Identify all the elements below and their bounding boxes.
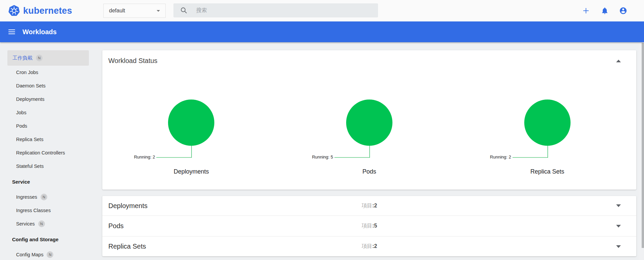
sidebar-item-deployments[interactable]: Deployments — [0, 92, 102, 106]
pods-panel-row[interactable]: Pods 項目:5 — [102, 215, 636, 236]
expand-panel-icon[interactable] — [616, 204, 621, 207]
app-bar: Workloads — [0, 21, 644, 42]
sidebar-item-label: Ingresses — [16, 194, 37, 200]
sidebar-item-daemon-sets[interactable]: Daemon Sets — [0, 79, 102, 92]
namespaced-badge: N — [36, 55, 43, 61]
sidebar-item-label: Stateful Sets — [16, 164, 44, 169]
sidebar-section-config-and-storage: Config and Storage — [0, 233, 102, 246]
items-count-value: 2 — [374, 203, 377, 208]
pie-callout-line — [156, 157, 191, 158]
sidebar-item-label: Jobs — [16, 110, 26, 115]
pie-slice-running[interactable] — [346, 100, 392, 146]
sidebar-item-workloads[interactable]: 工作負載 N — [7, 50, 89, 66]
sidebar-item-label: Daemon Sets — [16, 83, 46, 88]
namespace-select[interactable]: default — [103, 4, 166, 18]
pie-callout-line — [334, 157, 369, 158]
sidebar-item-label: Cron Jobs — [16, 70, 38, 75]
page-title: Workloads — [22, 28, 57, 36]
replica-sets-panel-row[interactable]: Replica Sets 項目:2 — [102, 236, 636, 256]
search-icon — [180, 7, 187, 14]
sidebar-item-label: Pods — [16, 123, 27, 129]
items-label: 項目 — [362, 203, 372, 208]
pie-chart-title: Replica Sets — [458, 168, 636, 175]
sidebar-item-replica-sets[interactable]: Replica Sets — [0, 133, 102, 146]
items-label: 項目 — [362, 223, 372, 229]
pie-callout-line — [369, 146, 370, 158]
workload-status-charts: Running: 2 Deployments Running: 5 Pods R… — [102, 66, 636, 190]
sidebar-item-ingress-classes[interactable]: Ingress Classes — [0, 204, 102, 217]
namespaced-badge: N — [41, 194, 47, 200]
panel-title: Deployments — [108, 202, 148, 210]
pie-callout-line — [547, 146, 548, 158]
main-content: Workload Status Running: 2 Deployments R… — [102, 42, 636, 256]
add-icon[interactable] — [582, 7, 590, 15]
sidebar-item-jobs[interactable]: Jobs — [0, 106, 102, 119]
resource-panels-card: Deployments 項目:2 Pods 項目:5 Replica Sets … — [102, 196, 636, 256]
panel-title: Replica Sets — [108, 243, 146, 250]
search-placeholder: 搜索 — [196, 7, 207, 14]
pie-callout-line — [513, 157, 547, 158]
deployments-panel-row[interactable]: Deployments 項目:2 — [102, 196, 636, 215]
notifications-bell-icon[interactable] — [601, 7, 609, 15]
expand-panel-icon[interactable] — [616, 245, 621, 248]
items-label: 項目 — [362, 243, 372, 249]
sidebar-item-label: Services — [16, 221, 35, 226]
items-count-value: 5 — [374, 223, 377, 229]
sidebar-item-label: Replica Sets — [16, 137, 43, 142]
panel-title: Pods — [108, 222, 124, 230]
sidebar-item-label: Ingress Classes — [16, 208, 51, 213]
search-input[interactable]: 搜索 — [173, 3, 378, 17]
kubernetes-logo-icon — [8, 5, 20, 17]
pie-callout-line — [191, 146, 192, 158]
panel-items-count: 項目:2 — [362, 243, 377, 250]
sidebar-item-label: Deployments — [16, 96, 45, 102]
sidebar-item-config-maps[interactable]: Config Maps N — [0, 248, 102, 260]
pie-chart-title: Deployments — [102, 168, 280, 175]
namespaced-badge: N — [47, 251, 53, 258]
top-header: kubernetes default 搜索 — [0, 0, 644, 21]
replica-sets-pie-chart: Running: 2 Replica Sets — [458, 66, 636, 190]
expand-panel-icon[interactable] — [616, 225, 621, 227]
sidebar-item-replication-controllers[interactable]: Replication Controllers — [0, 146, 102, 159]
pie-annotation: Running: 5 — [312, 154, 333, 159]
pie-annotation: Running: 2 — [134, 154, 155, 159]
sidebar-item-ingresses[interactable]: Ingresses N — [0, 190, 102, 204]
panel-items-count: 項目:5 — [362, 222, 377, 230]
pods-pie-chart: Running: 5 Pods — [280, 66, 459, 190]
vertical-scrollbar-thumb[interactable] — [642, 43, 644, 248]
pie-slice-running[interactable] — [168, 100, 214, 146]
namespace-selected-value: default — [109, 8, 125, 14]
sidebar-section-label: Service — [12, 179, 30, 185]
sidebar-item-label: Replication Controllers — [16, 150, 65, 155]
sidebar-item-label: 工作負載 — [12, 55, 33, 61]
sidebar-section-service: Service — [0, 175, 102, 188]
pie-annotation: Running: 2 — [490, 154, 511, 159]
brand[interactable]: kubernetes — [8, 0, 72, 21]
user-account-icon[interactable] — [619, 7, 627, 15]
sidebar-item-label: Config Maps — [16, 252, 43, 257]
workload-status-title: Workload Status — [108, 57, 157, 65]
namespaced-badge: N — [38, 220, 45, 227]
workload-status-card: Workload Status Running: 2 Deployments R… — [102, 50, 636, 190]
vertical-scrollbar-track[interactable] — [639, 42, 644, 260]
brand-wordmark: kubernetes — [23, 6, 72, 16]
collapse-panel-icon[interactable] — [616, 60, 621, 62]
sidebar-item-pods[interactable]: Pods — [0, 119, 102, 133]
sidebar-item-stateful-sets[interactable]: Stateful Sets — [0, 159, 102, 173]
sidebar-item-services[interactable]: Services N — [0, 217, 102, 231]
pie-slice-running[interactable] — [524, 100, 571, 146]
sidebar-section-label: Config and Storage — [12, 237, 58, 242]
sidebar-item-cron-jobs[interactable]: Cron Jobs — [0, 66, 102, 79]
menu-hamburger-icon[interactable] — [8, 29, 15, 34]
deployments-pie-chart: Running: 2 Deployments — [102, 66, 280, 190]
chevron-down-icon — [157, 10, 160, 12]
pie-chart-title: Pods — [280, 168, 459, 175]
sidebar-nav: 工作負載 N Cron Jobs Daemon Sets Deployments… — [0, 42, 102, 260]
panel-items-count: 項目:2 — [362, 202, 377, 209]
items-count-value: 2 — [374, 243, 377, 249]
